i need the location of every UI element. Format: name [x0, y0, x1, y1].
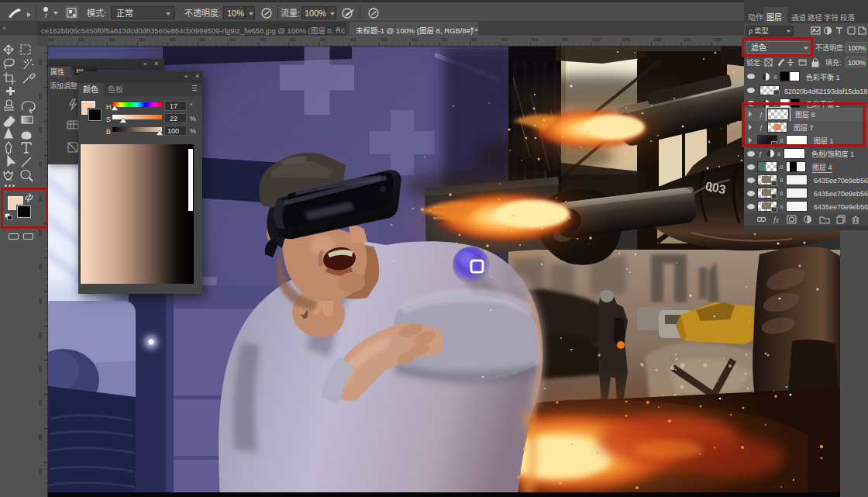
svg-text:fx: fx: [773, 216, 780, 224]
